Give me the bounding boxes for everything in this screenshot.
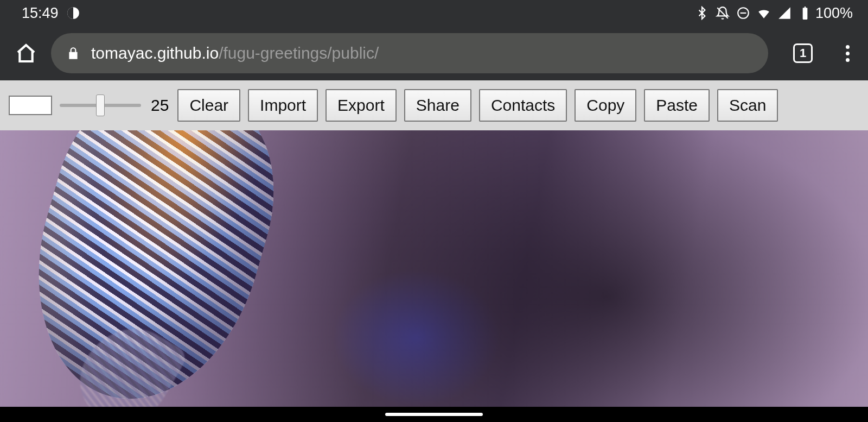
android-navigation-bar: [0, 407, 868, 422]
share-button[interactable]: Share: [404, 89, 471, 122]
export-button[interactable]: Export: [326, 89, 397, 122]
cellular-signal-icon: [777, 6, 792, 20]
import-button[interactable]: Import: [248, 89, 318, 122]
app-toolbar: 25 Clear Import Export Share Contacts Co…: [0, 80, 868, 130]
copy-button[interactable]: Copy: [575, 89, 636, 122]
paste-button[interactable]: Paste: [644, 89, 710, 122]
home-button[interactable]: [15, 42, 37, 64]
lock-icon: [66, 46, 80, 60]
notifications-off-icon: [716, 6, 730, 20]
gesture-pill[interactable]: [385, 413, 483, 416]
battery-percent-text: 100%: [815, 5, 853, 22]
tab-count-value: 1: [800, 46, 806, 60]
contacts-button[interactable]: Contacts: [479, 89, 567, 122]
wifi-icon: [757, 6, 771, 20]
android-status-bar: 15:49 100%: [0, 0, 868, 26]
do-not-disturb-icon: [736, 6, 750, 20]
scan-button[interactable]: Scan: [717, 89, 778, 122]
url-host: tomayac.github.io: [91, 44, 219, 62]
clear-button[interactable]: Clear: [177, 89, 240, 122]
drawing-canvas[interactable]: [0, 130, 868, 407]
data-saver-icon: [66, 6, 80, 20]
address-bar[interactable]: tomayac.github.io/fugu-greetings/public/: [51, 33, 768, 73]
status-bar-left: 15:49: [22, 5, 80, 22]
url-path: /fugu-greetings/public/: [219, 44, 379, 62]
browser-menu-button[interactable]: [838, 43, 857, 63]
slider-thumb[interactable]: [96, 95, 105, 116]
bluetooth-icon: [695, 6, 709, 20]
status-bar-right: 100%: [695, 5, 853, 22]
tab-switcher-button[interactable]: 1: [793, 43, 813, 63]
url-text: tomayac.github.io/fugu-greetings/public/: [91, 44, 379, 62]
brush-size-value: 25: [151, 96, 169, 115]
brush-size-slider[interactable]: [60, 96, 141, 115]
status-clock: 15:49: [22, 5, 59, 22]
color-picker[interactable]: [9, 96, 52, 115]
battery-indicator: 100%: [798, 5, 853, 22]
battery-full-icon: [798, 6, 812, 20]
chrome-toolbar: tomayac.github.io/fugu-greetings/public/…: [0, 26, 868, 80]
